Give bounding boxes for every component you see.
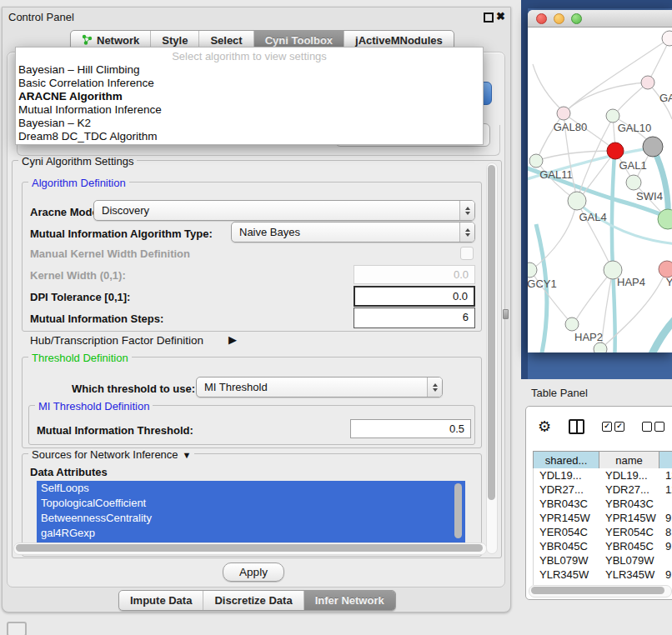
table-header: shared...name xyxy=(533,451,672,470)
network-node-y[interactable] xyxy=(659,261,672,278)
close-light[interactable] xyxy=(536,13,547,24)
column-header-col2[interactable] xyxy=(659,452,672,469)
float-panel-icon[interactable] xyxy=(484,12,494,22)
aracne-mode-select[interactable]: Discovery xyxy=(93,200,475,221)
table-hscrollbar-thumb[interactable] xyxy=(531,587,664,594)
table-cell[interactable]: YER054C xyxy=(534,525,599,539)
table-cell[interactable]: YPR145W xyxy=(534,511,599,525)
table-cell[interactable]: 12 xyxy=(659,482,672,497)
dpi-tolerance-field[interactable]: 0.0 xyxy=(354,286,475,307)
collapse-arrow-icon[interactable]: ▼ xyxy=(183,450,192,460)
network-canvas[interactable]: GALGAL80GAL10GAL1GAL11GAL4SWI4GCY1HAP4YH… xyxy=(528,28,672,352)
data-attribute-gal4rgexp[interactable]: gal4RGexp xyxy=(37,526,465,541)
mi-steps-field[interactable]: 6 xyxy=(354,308,475,328)
table-cell[interactable]: YLR345W xyxy=(534,568,599,582)
table-cell[interactable]: YDR27... xyxy=(534,482,599,497)
collapsed-panel-button[interactable] xyxy=(7,622,27,635)
network-node-unlabeled[interactable] xyxy=(607,142,624,159)
tab-infer-network[interactable]: Infer Network xyxy=(303,591,395,610)
expand-arrow-icon[interactable]: ▶ xyxy=(228,333,237,346)
algorithm-option-dream8-dc-tdc-algorithm[interactable]: Dream8 DC_TDC Algorithm xyxy=(16,130,483,143)
table-cell[interactable]: YBL079W xyxy=(599,553,659,568)
kernel-width-field[interactable]: 0.0 xyxy=(354,265,475,284)
algorithm-option-bayesian-k2[interactable]: Bayesian – K2 xyxy=(16,117,483,130)
dropdown-placeholder: Select algorithm to view settings xyxy=(16,48,483,63)
network-node-unlabeled[interactable] xyxy=(606,109,619,122)
network-node-hap2[interactable] xyxy=(565,318,579,331)
table-cell[interactable]: 13 xyxy=(659,468,672,482)
tab-label: jActiveMNodules xyxy=(355,34,443,47)
gear-icon[interactable]: ⚙ xyxy=(538,419,551,434)
mi-type-select[interactable]: Naive Bayes xyxy=(231,222,475,242)
table-row[interactable]: YBR043CYBR043C xyxy=(534,497,672,511)
network-node-gal1[interactable] xyxy=(626,175,641,190)
close-panel-icon[interactable]: ✖ xyxy=(496,11,505,22)
network-node-gal4[interactable] xyxy=(568,192,586,210)
table-cell[interactable]: YLR345W xyxy=(599,568,659,582)
table-body: YDL19...YDL19...13YDR27...YDR27...12YBR0… xyxy=(533,468,672,585)
settings-hscrollbar-thumb[interactable] xyxy=(16,544,483,552)
data-attribute-betweennesscentrality[interactable]: BetweennessCentrality xyxy=(37,511,465,526)
stepper-icon xyxy=(459,222,474,242)
mi-type-label: Mutual Information Algorithm Type: xyxy=(30,228,213,240)
network-node-gcy1[interactable] xyxy=(528,262,537,278)
network-node-gal[interactable] xyxy=(641,76,654,89)
table-cell[interactable]: YDL19... xyxy=(599,468,659,482)
minimize-light[interactable] xyxy=(554,13,564,24)
table-cell[interactable]: 9. xyxy=(659,511,672,525)
attributes-scrollbar-thumb[interactable] xyxy=(454,483,462,538)
table-cell[interactable]: YDL19... xyxy=(534,468,599,482)
data-attributes-list[interactable]: SelfLoopsTopologicalCoefficientBetweenne… xyxy=(37,481,465,542)
network-node-unlabeled[interactable] xyxy=(662,31,672,46)
table-row[interactable]: YER054CYER054C8. xyxy=(534,525,672,539)
node-label-y: Y xyxy=(666,276,672,288)
table-cell[interactable]: YBR045C xyxy=(599,539,659,553)
table-cell[interactable]: YBR043C xyxy=(534,497,599,511)
apply-button[interactable]: Apply xyxy=(223,562,284,582)
table-row[interactable]: YDL19...YDL19...13 xyxy=(534,468,672,482)
table-cell[interactable]: YBR045C xyxy=(534,539,599,553)
network-window-titlebar[interactable] xyxy=(528,10,672,28)
table-cell[interactable]: 8. xyxy=(659,525,672,539)
zoom-light[interactable] xyxy=(571,13,582,24)
table-row[interactable]: YPR145WYPR145W9. xyxy=(534,511,672,525)
algorithm-option-aracne-algorithm[interactable]: ARACNE Algorithm xyxy=(16,90,483,103)
splitter-handle[interactable] xyxy=(503,309,509,319)
manual-kernel-checkbox[interactable] xyxy=(460,247,474,260)
table-cell[interactable]: 9. xyxy=(659,539,672,553)
checked-pair-icon[interactable]: ✓✓ xyxy=(602,422,624,432)
algorithm-option-basic-correlation-inference[interactable]: Basic Correlation Inference xyxy=(16,77,483,90)
network-node-unlabeled[interactable] xyxy=(594,342,607,352)
table-cell[interactable]: YPR145W xyxy=(599,511,659,525)
unchecked-pair-icon[interactable] xyxy=(642,422,664,432)
network-node-gal80[interactable] xyxy=(557,107,570,120)
table-cell[interactable] xyxy=(659,497,672,511)
table-cell[interactable]: 9. xyxy=(659,568,672,582)
mi-threshold-field[interactable]: 0.5 xyxy=(350,419,471,438)
table-cell[interactable]: YBR043C xyxy=(599,497,659,511)
table-cell[interactable]: YBL079W xyxy=(534,553,599,568)
which-threshold-select[interactable]: MI Threshold xyxy=(196,377,443,398)
column-header-name[interactable]: name xyxy=(599,452,659,469)
hub-definition-label[interactable]: Hub/Transcription Factor Definition xyxy=(30,334,203,347)
network-node-gal10[interactable] xyxy=(643,137,663,157)
tab-impute-data[interactable]: Impute Data xyxy=(119,591,203,610)
table-row[interactable]: YDR27...YDR27...12 xyxy=(534,482,672,497)
settings-scrollbar-thumb[interactable] xyxy=(488,165,495,500)
table-cell[interactable]: YDR27... xyxy=(599,482,659,497)
network-node-gal11[interactable] xyxy=(529,154,543,168)
table-cell[interactable] xyxy=(659,553,672,568)
data-attribute-topologicalcoefficient[interactable]: TopologicalCoefficient xyxy=(37,496,465,511)
algorithm-option-bayesian-hill-climbing[interactable]: Bayesian – Hill Climbing xyxy=(16,63,483,77)
node-label-gal: GAL xyxy=(659,92,672,104)
algorithm-option-mutual-information-inference[interactable]: Mutual Information Inference xyxy=(16,103,483,117)
table-cell[interactable]: YER054C xyxy=(599,525,659,539)
column-header-shared[interactable]: shared... xyxy=(534,452,599,469)
table-row[interactable]: YBR045CYBR045C9. xyxy=(534,539,672,553)
table-row[interactable]: YBL079WYBL079W xyxy=(534,553,672,568)
tab-discretize-data[interactable]: Discretize Data xyxy=(203,591,303,610)
kernel-width-label: Kernel Width (0,1): xyxy=(30,269,126,282)
columns-icon[interactable] xyxy=(569,419,584,434)
table-row[interactable]: YLR345WYLR345W9. xyxy=(534,568,672,582)
data-attribute-selfloops[interactable]: SelfLoops xyxy=(37,481,465,496)
